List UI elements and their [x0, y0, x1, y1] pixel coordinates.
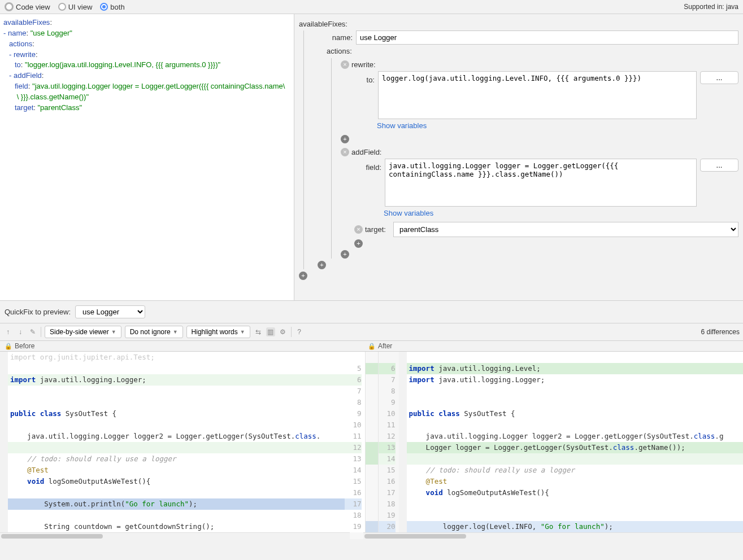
after-gutter: 67891011121314151617181920 [379, 352, 399, 532]
target-label: target: [365, 223, 390, 236]
after-code[interactable]: import java.util.logging.Level;import ja… [407, 352, 744, 532]
radio-icon [58, 3, 66, 11]
target-select[interactable]: parentClass [393, 222, 738, 237]
radio-code-view[interactable]: Code view [5, 2, 50, 11]
remove-icon[interactable]: × [341, 60, 349, 69]
add-icon[interactable]: + [341, 250, 349, 259]
name-input[interactable] [356, 30, 738, 45]
before-label: Before [15, 342, 34, 350]
yaml-key: - addField [9, 71, 42, 80]
name-label: name: [327, 31, 353, 44]
yaml-value: \ }}}.class.getName())" [15, 93, 89, 101]
add-icon[interactable]: + [354, 239, 363, 248]
to-ellipsis-button[interactable]: ... [700, 71, 738, 84]
field-textarea[interactable]: java.util.logging.Logger logger = Logger… [385, 159, 697, 207]
lock-icon: 🔒 [5, 343, 12, 350]
diff-center-strip [365, 352, 379, 532]
view-mode-group: Code view UI view both [5, 2, 131, 11]
edit-icon[interactable]: ✎ [28, 327, 37, 336]
before-margin [0, 352, 8, 532]
highlight-select[interactable]: Highlight words ▼ [186, 326, 250, 338]
prev-diff-icon[interactable]: ↑ [3, 327, 12, 336]
yaml-key: - name [3, 29, 26, 37]
settings-icon[interactable]: ⚙ [279, 327, 288, 336]
add-icon[interactable]: + [341, 135, 349, 143]
remove-icon[interactable]: × [354, 225, 363, 234]
after-label: After [378, 342, 392, 350]
radio-ui-view[interactable]: UI view [58, 3, 93, 11]
before-code[interactable]: import org.junit.jupiter.api.Test; impor… [8, 352, 345, 532]
field-ellipsis-button[interactable]: ... [700, 159, 738, 172]
field-label: field: [354, 159, 381, 174]
supported-label: Supported in: java [684, 3, 738, 11]
top-toolbar: Code view UI view both Supported in: jav… [0, 0, 743, 14]
yaml-value: "java.util.logging.Logger logger = Logge… [32, 82, 285, 90]
quickfix-preview-select[interactable]: use Logger [75, 305, 145, 318]
yaml-key: to [15, 60, 21, 69]
before-gutter: 5678910111213141516171819 [345, 352, 365, 532]
main-split: availableFixes: - name: "use Logger" act… [0, 14, 743, 301]
yaml-key: field [15, 82, 28, 90]
diff-toolbar: ↑ ↓ ✎ Side-by-side viewer ▼ Do not ignor… [0, 323, 743, 341]
radio-label: Code view [16, 3, 50, 11]
yaml-value: "parentClass" [37, 103, 82, 112]
show-variables-link[interactable]: Show variables [384, 209, 433, 217]
yaml-key: availableFixes [3, 18, 50, 27]
radio-icon [100, 3, 108, 11]
radio-label: UI view [68, 3, 93, 11]
lock-icon: 🔒 [368, 343, 376, 350]
show-variables-link[interactable]: Show variables [377, 121, 427, 130]
code-view-pane: availableFixes: - name: "use Logger" act… [0, 14, 294, 300]
to-label: to: [354, 71, 375, 86]
preview-label: QuickFix to preview: [5, 308, 71, 316]
to-textarea[interactable]: logger.log(java.util.logging.Level.INFO,… [378, 71, 697, 119]
diff-body: import org.junit.jupiter.api.Test; impor… [0, 352, 743, 532]
viewer-mode-select[interactable]: Side-by-side viewer ▼ [45, 326, 121, 338]
radio-both[interactable]: both [100, 3, 124, 11]
ui-tree-pane: availableFixes: name: actions: ×rewrite:… [294, 14, 743, 300]
radio-label: both [110, 3, 124, 11]
yaml-value: "logger.log(java.util.logging.Level.INFO… [25, 60, 220, 69]
before-scrollbar[interactable] [0, 532, 350, 539]
next-diff-icon[interactable]: ↓ [16, 327, 25, 336]
add-icon[interactable]: + [318, 261, 326, 269]
yaml-key: actions [9, 40, 32, 48]
collapse-icon[interactable]: ⇆ [254, 327, 263, 336]
after-scrollbar[interactable] [363, 532, 743, 539]
diff-header: 🔒Before 🔒After [0, 341, 743, 352]
sync-scroll-icon[interactable]: ▥ [266, 327, 275, 336]
addfield-label: addField: [351, 146, 381, 159]
actions-label: actions: [327, 45, 352, 58]
rewrite-label: rewrite: [351, 58, 376, 71]
help-icon[interactable]: ? [295, 327, 304, 336]
remove-icon[interactable]: × [341, 148, 349, 156]
yaml-value: "use Logger" [31, 29, 72, 37]
radio-icon [5, 2, 14, 11]
after-margin [399, 352, 407, 532]
differences-count: 6 differences [701, 328, 740, 336]
yaml-key: target [15, 103, 33, 112]
preview-row: QuickFix to preview: use Logger [0, 301, 743, 323]
ignore-select[interactable]: Do not ignore ▼ [125, 326, 183, 338]
tree-root-label: availableFixes: [299, 18, 347, 30]
yaml-key: - rewrite [9, 50, 36, 59]
add-icon[interactable]: + [299, 272, 307, 280]
